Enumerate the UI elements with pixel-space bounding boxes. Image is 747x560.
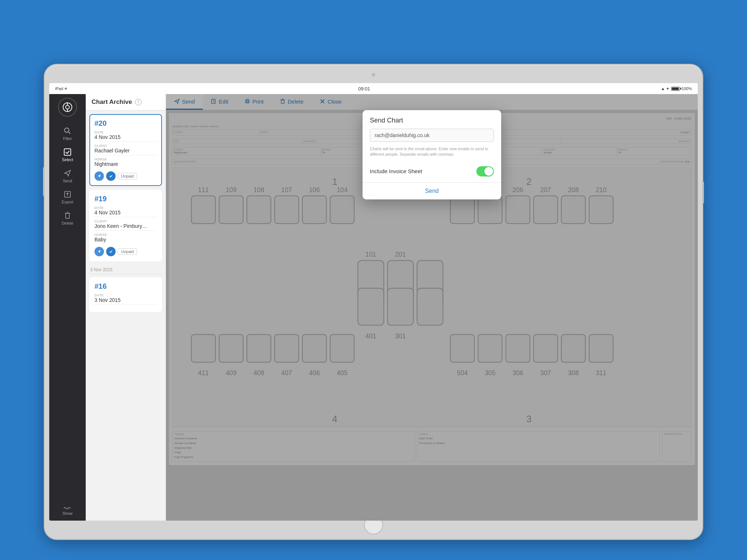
status-time: 09:01 — [358, 86, 370, 92]
toggle-knob — [484, 167, 493, 176]
sidebar: Filter Select Send — [49, 94, 86, 521]
ipad-side-button-right — [702, 182, 704, 203]
date-label-20: DATE — [94, 131, 157, 134]
dialog-title: Send Chart — [363, 110, 501, 129]
send-sidebar-icon — [63, 169, 71, 177]
client-label-20: Client — [94, 144, 157, 148]
dialog-hint: Charts will be sent to the email above. … — [363, 145, 501, 163]
ipad-camera — [372, 73, 375, 77]
date-value-16: 3 Nov 2015 — [94, 297, 157, 305]
sidebar-select-label: Select — [62, 158, 73, 162]
invoice-toggle-row: Include Invoice Sheet — [363, 163, 501, 182]
wave-icon — [63, 506, 71, 510]
sidebar-send-label: Send — [63, 179, 72, 183]
chart-card-20[interactable]: #20 DATE 4 Nov 2015 Client Rachael Gayle… — [89, 114, 162, 186]
chart-number-19: #19 — [94, 195, 157, 203]
send-badge-19 — [94, 247, 104, 256]
sidebar-export-label: Export — [62, 200, 73, 204]
status-icons: ▲ ✦ — [661, 86, 669, 91]
chart-number-16: #16 — [94, 282, 157, 291]
logo-icon — [62, 102, 73, 112]
main-content: Send Edit — [166, 94, 698, 521]
battery-icon — [671, 87, 680, 91]
check-badge-20 — [106, 171, 116, 181]
chart-card-19[interactable]: #19 DATE 4 Nov 2015 Client Jono Keen - P… — [89, 190, 162, 261]
svg-point-1 — [66, 105, 69, 109]
app-logo[interactable] — [58, 98, 77, 117]
battery-fill — [672, 88, 679, 90]
horse-label-20: Horse — [94, 158, 157, 161]
trash-sidebar-icon — [63, 211, 71, 219]
status-bar: iPad ✈ 09:01 ▲ ✦ 100% — [49, 83, 698, 94]
checkbox-icon — [63, 148, 71, 156]
archive-list: #20 DATE 4 Nov 2015 Client Rachael Gayle… — [86, 110, 166, 521]
export-icon — [63, 190, 71, 198]
chart-number-20: #20 — [94, 119, 157, 128]
sidebar-item-send[interactable]: Send — [53, 166, 82, 187]
sidebar-item-select[interactable]: Select — [53, 144, 82, 166]
ipad-side-button-left — [43, 167, 45, 196]
help-label: ? — [137, 100, 139, 104]
sidebar-delete-label: Delete — [62, 221, 73, 225]
sidebar-item-delete[interactable]: Delete — [53, 208, 82, 229]
status-left: iPad ✈ — [55, 86, 67, 91]
chart-badges-20: Unpaid — [94, 171, 157, 181]
chart-badges-19: Unpaid — [94, 247, 157, 256]
svg-rect-6 — [64, 149, 71, 155]
sidebar-item-export[interactable]: Export — [53, 187, 82, 208]
archive-header: Chart Archive ? — [86, 94, 166, 110]
archive-title: Chart Archive — [92, 98, 132, 106]
sidebar-filter-label: Filter — [63, 136, 72, 141]
client-value-19: Jono Keen - Pimbury… — [94, 223, 157, 231]
app-container: Filter Select Send — [49, 94, 698, 521]
date-value-19: 4 Nov 2015 — [94, 210, 157, 217]
check-badge-19 — [106, 247, 116, 256]
dialog-send-button[interactable]: Send — [363, 183, 501, 199]
invoice-toggle-label: Include Invoice Sheet — [370, 168, 422, 174]
chart-card-16[interactable]: #16 DATE 3 Nov 2015 — [89, 277, 162, 312]
client-value-20: Rachael Gayler — [94, 148, 157, 155]
horse-label-19: Horse — [94, 233, 157, 237]
date-value-20: 4 Nov 2015 — [94, 134, 157, 142]
send-badge-20 — [94, 171, 104, 181]
invoice-toggle[interactable] — [476, 166, 494, 176]
date-label-16: DATE — [94, 293, 157, 297]
check-badge-19-icon — [109, 249, 113, 254]
email-input[interactable] — [370, 129, 494, 142]
date-separator: 3 Nov 2015 — [89, 265, 162, 274]
status-right: ▲ ✦ 100% — [661, 86, 692, 91]
send-dialog: Send Chart Charts will be sent to the em… — [363, 110, 501, 199]
sidebar-show[interactable]: Show — [62, 506, 73, 516]
send-badge-icon — [97, 174, 101, 178]
check-badge-icon — [109, 174, 113, 178]
dialog-overlay: Send Chart Charts will be sent to the em… — [166, 94, 698, 521]
date-label-19: DATE — [94, 206, 157, 210]
client-label-19: Client — [94, 219, 157, 223]
ipad-screen: iPad ✈ 09:01 ▲ ✦ 100% — [49, 83, 698, 521]
search-icon — [63, 127, 71, 135]
svg-line-5 — [69, 132, 71, 134]
sidebar-bottom: Show — [62, 506, 73, 521]
ipad-frame: iPad ✈ 09:01 ▲ ✦ 100% — [44, 64, 703, 540]
unpaid-badge-20: Unpaid — [118, 173, 137, 179]
sidebar-show-label: Show — [62, 511, 73, 516]
sidebar-item-filter[interactable]: Filter — [53, 123, 82, 144]
horse-value-20: Nightmare — [94, 161, 157, 168]
svg-rect-9 — [66, 213, 69, 218]
battery-label: 100% — [682, 86, 692, 91]
send-badge-19-icon — [97, 249, 101, 254]
help-button[interactable]: ? — [135, 99, 142, 105]
horse-value-19: Baby — [94, 237, 157, 244]
svg-point-4 — [65, 128, 69, 132]
unpaid-badge-19: Unpaid — [118, 248, 137, 255]
archive-panel: Chart Archive ? #20 DATE 4 Nov 2015 Clie… — [86, 94, 166, 521]
